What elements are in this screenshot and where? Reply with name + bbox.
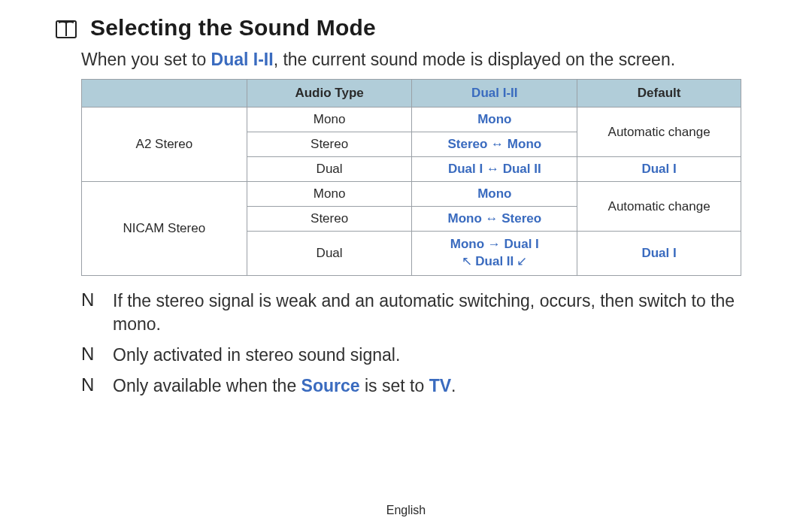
cell-dual: Mono: [412, 182, 577, 207]
note-text: Only available when the Source is set to…: [113, 374, 456, 398]
cell-dual-cycle: Mono → Dual I ↖Dual II↙: [412, 232, 577, 276]
note-text: If the stereo signal is weak and an auto…: [113, 289, 776, 336]
arrow-up-left-icon: ↖: [459, 254, 475, 268]
notes-list: N If the stereo signal is weak and an au…: [81, 289, 776, 398]
cycle-line1: Mono → Dual I: [450, 237, 539, 251]
table-header-row: Audio Type Dual I-II Default: [82, 80, 741, 108]
cell-dual: Mono: [412, 108, 577, 132]
note-marker-icon: N: [81, 374, 96, 398]
cell-audio: Dual: [247, 157, 412, 182]
note3-suffix: .: [451, 376, 456, 395]
cycle-line2: ↖Dual II↙: [418, 253, 571, 271]
title-row: Selecting the Sound Mode: [56, 15, 776, 41]
note-marker-icon: N: [81, 289, 96, 336]
cell-default: Automatic change: [577, 108, 741, 157]
table-row: A2 Stereo Mono Mono Automatic change: [82, 108, 741, 132]
cell-audio: Stereo: [247, 132, 412, 157]
cell-default: Dual I: [577, 157, 741, 182]
note-item: N Only available when the Source is set …: [81, 374, 776, 398]
note3-tv-keyword: TV: [429, 376, 451, 395]
intro-paragraph: When you set to Dual I-II, the current s…: [81, 48, 776, 71]
page-title: Selecting the Sound Mode: [90, 15, 376, 41]
note-item: N If the stereo signal is weak and an au…: [81, 289, 776, 336]
arrow-down-right-icon: ↙: [514, 254, 530, 268]
intro-suffix: , the current sound mode is displayed on…: [274, 50, 675, 69]
note3-prefix: Only available when the: [113, 376, 301, 395]
page-content: Selecting the Sound Mode When you set to…: [0, 0, 812, 398]
cell-audio: Dual: [247, 232, 412, 276]
note3-source-keyword: Source: [301, 376, 360, 395]
table-row: NICAM Stereo Mono Mono Automatic change: [82, 182, 741, 207]
th-dual: Dual I-II: [412, 80, 577, 108]
intro-dual-keyword: Dual I-II: [211, 50, 274, 69]
intro-prefix: When you set to: [81, 50, 211, 69]
cell-dual: Stereo ↔ Mono: [412, 132, 577, 157]
th-default: Default: [577, 80, 741, 108]
cell-audio: Mono: [247, 108, 412, 132]
sound-mode-table: Audio Type Dual I-II Default A2 Stereo M…: [81, 79, 741, 276]
cell-audio: Mono: [247, 182, 412, 207]
note-marker-icon: N: [81, 344, 96, 367]
th-audio-type: Audio Type: [247, 80, 412, 108]
book-icon: [56, 20, 77, 38]
note-text: Only activated in stereo sound signal.: [113, 344, 400, 367]
cell-default: Dual I: [577, 232, 741, 276]
cycle-mid: Dual II: [475, 254, 514, 268]
cell-dual: Dual I ↔ Dual II: [412, 157, 577, 182]
note-item: N Only activated in stereo sound signal.: [81, 344, 776, 367]
cell-default: Automatic change: [577, 182, 741, 232]
group-a2-stereo: A2 Stereo: [82, 108, 247, 182]
th-blank: [82, 80, 247, 108]
group-nicam-stereo: NICAM Stereo: [82, 182, 247, 276]
footer-language: English: [0, 504, 812, 517]
note3-mid: is set to: [360, 376, 429, 395]
cell-dual: Mono ↔ Stereo: [412, 207, 577, 232]
cell-audio: Stereo: [247, 207, 412, 232]
